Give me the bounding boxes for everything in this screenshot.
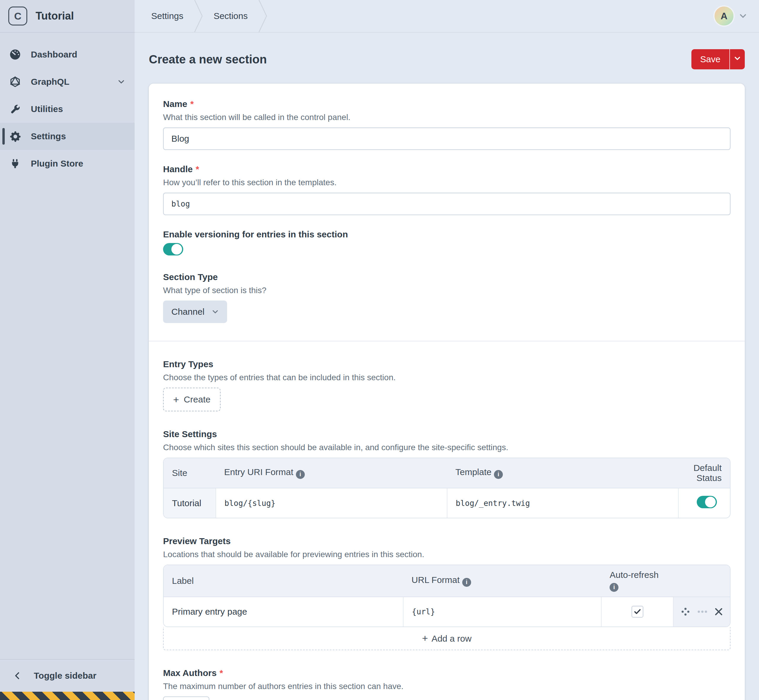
section-type-field: Section Type What type of section is thi… [163,272,731,323]
sidebar-item-graphql[interactable]: GraphQL [0,68,135,95]
content-scroll[interactable]: Create a new section Save Name* What thi… [135,33,759,700]
name-instructions: What this section will be called in the … [163,112,731,122]
info-icon[interactable]: i [462,578,471,587]
delete-row-icon[interactable] [715,608,723,616]
default-status-toggle[interactable] [697,496,717,508]
label-column-header: Label [164,565,403,597]
preview-targets-table: Label URL Format i Auto-refresh i Primar… [163,564,731,627]
handle-label: Handle* [163,164,731,174]
row-actions-column-header [673,565,730,597]
save-button[interactable]: Save [692,49,729,69]
gear-icon [9,131,21,142]
section-form-card: Name* What this section will be called i… [149,84,745,700]
info-icon[interactable]: i [296,470,305,479]
max-authors-field: Max Authors* The maximum number of autho… [163,668,731,700]
auto-refresh-checkbox[interactable] [632,606,643,617]
handle-instructions: How you’ll refer to this section in the … [163,178,731,187]
sidebar-item-utilities[interactable]: Utilities [0,95,135,123]
add-row-label: Add a row [431,634,471,644]
info-icon[interactable]: i [610,583,618,592]
sidebar-nav: Dashboard GraphQL Utilities [0,33,135,659]
section-type-instructions: What type of section is this? [163,286,731,295]
name-field: Name* What this section will be called i… [163,99,731,150]
breadcrumb: Settings Sections [149,0,275,32]
avatar: A [714,5,735,27]
move-row-handle[interactable] [681,607,690,616]
site-name: Tutorial [36,10,74,22]
info-icon[interactable]: i [494,470,503,479]
sidebar-item-plugin-store[interactable]: Plugin Store [0,150,135,177]
sidebar-header: C Tutorial [0,0,135,33]
preview-targets-field: Preview Targets Locations that should be… [163,536,731,650]
craft-logo[interactable]: C [8,6,27,25]
chevron-down-icon [739,12,747,20]
versioning-field: Enable versioning for entries in this se… [163,230,731,258]
sidebar-item-label: Settings [31,131,66,141]
create-entry-type-label: Create [184,394,211,405]
site-settings-field: Site Settings Choose which sites this se… [163,429,731,518]
preview-targets-instructions: Locations that should be available for p… [163,550,731,559]
required-mark: * [196,164,199,174]
handle-field: Handle* How you’ll refer to this section… [163,164,731,215]
plus-icon: + [422,633,428,644]
user-menu[interactable]: A [714,5,747,27]
breadcrumb-settings[interactable]: Settings [149,11,186,21]
entry-types-field: Entry Types Choose the types of entries … [163,359,731,411]
row-options-icon[interactable] [697,610,707,614]
chevron-down-icon [734,55,741,64]
save-button-group: Save [692,49,745,69]
site-settings-label: Site Settings [163,429,731,439]
table-row: Primary entry page {url} [164,597,730,627]
entry-types-label: Entry Types [163,359,731,369]
section-type-select[interactable]: Channel [163,300,227,323]
default-status-cell [678,488,730,518]
site-settings-instructions: Choose which sites this section should b… [163,443,731,452]
template-input[interactable]: blog/_entry.twig [447,488,678,518]
table-header-row: Site Entry URI Format i Template i Defau… [164,458,730,488]
page-title: Create a new section [149,53,267,66]
entry-types-instructions: Choose the types of entries that can be … [163,373,731,382]
url-format-input[interactable]: {url} [403,597,601,627]
chevron-down-icon [117,78,125,86]
toggle-sidebar-button[interactable]: Toggle sidebar [0,659,135,692]
max-authors-instructions: The maximum number of authors entries in… [163,681,731,691]
sidebar-item-settings[interactable]: Settings [0,123,135,150]
preview-targets-label: Preview Targets [163,536,731,546]
breadcrumb-separator-icon [258,0,267,32]
preview-label-input[interactable]: Primary entry page [164,597,403,627]
sidebar-item-label: Plugin Store [31,159,83,169]
site-settings-table: Site Entry URI Format i Template i Defau… [163,458,731,518]
name-label: Name* [163,99,731,109]
handle-input[interactable] [163,193,731,215]
main-area: Settings Sections A Create a new section [135,0,759,700]
save-menu-button[interactable] [729,49,745,69]
toggle-sidebar-label: Toggle sidebar [34,671,96,681]
section-divider [149,341,745,341]
breadcrumb-separator-icon [194,0,203,32]
max-authors-label: Max Authors* [163,668,731,678]
required-mark: * [220,668,223,678]
default-status-column-header: Default Status [678,458,730,488]
create-entry-type-button[interactable]: + Create [163,388,221,411]
row-actions-cell [673,597,730,627]
sidebar: C Tutorial Dashboard GraphQL [0,0,135,700]
entry-uri-format-input[interactable]: blog/{slug} [216,488,447,518]
plus-icon: + [173,394,179,405]
uri-column-header: Entry URI Format i [216,458,447,488]
url-format-column-header: URL Format i [403,565,601,597]
toggle-knob [171,244,182,255]
name-input[interactable] [163,127,731,150]
add-row-button[interactable]: +Add a row [163,627,731,650]
sidebar-item-label: Dashboard [31,50,77,59]
wrench-icon [9,103,21,115]
topbar: Settings Sections A [135,0,759,33]
gauge-icon [9,49,21,60]
auto-refresh-cell [601,597,673,627]
template-column-header: Template i [447,458,678,488]
versioning-toggle[interactable] [163,243,183,255]
max-authors-input[interactable] [163,697,209,700]
table-header-row: Label URL Format i Auto-refresh i [164,565,730,597]
breadcrumb-sections[interactable]: Sections [211,11,250,21]
required-mark: * [190,99,194,109]
sidebar-item-dashboard[interactable]: Dashboard [0,41,135,68]
